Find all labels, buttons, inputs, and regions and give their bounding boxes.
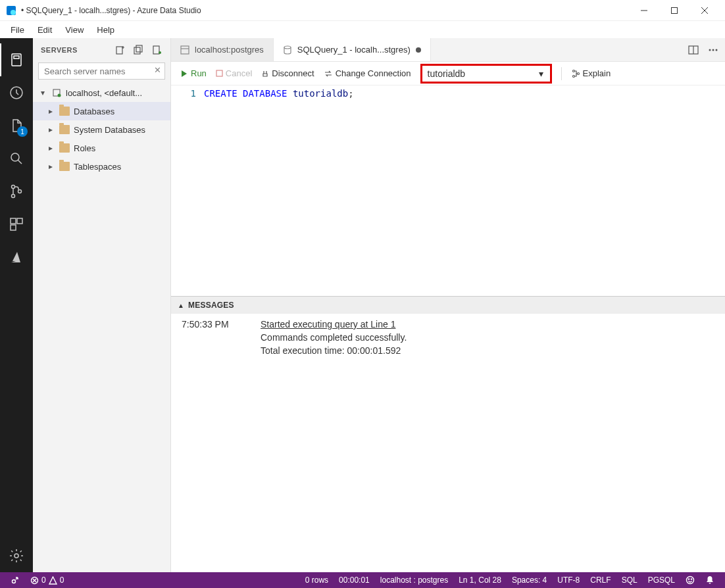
status-eol[interactable]: CRLF (585, 576, 616, 585)
tab-sqlquery[interactable]: SQLQuery_1 - localh...stgres) (274, 38, 431, 61)
status-time[interactable]: 00:00:01 (334, 576, 375, 585)
more-actions-icon[interactable] (708, 45, 718, 55)
new-connection-icon[interactable] (115, 45, 126, 55)
chevron-down-icon: ▾ (38, 88, 47, 97)
menu-help[interactable]: Help (91, 24, 120, 36)
servers-sidebar: SERVERS ✕ ▾ localhost, <default... ▸ Dat… (33, 38, 171, 572)
tree-item-label: Roles (74, 143, 95, 153)
svg-point-32 (716, 49, 718, 51)
svg-rect-33 (216, 70, 222, 76)
status-spaces[interactable]: Spaces: 4 (507, 576, 552, 585)
disconnect-button[interactable]: Disconnect (261, 68, 314, 78)
explorer-badge: 1 (17, 126, 28, 137)
status-provider[interactable]: PGSQL (643, 576, 680, 585)
sidebar-header: SERVERS (33, 38, 170, 61)
messages-header[interactable]: ▲ MESSAGES (171, 297, 725, 314)
status-cursor[interactable]: Ln 1, Col 28 (453, 576, 507, 585)
status-problems[interactable]: 0 0 (25, 576, 69, 585)
activity-history[interactable] (0, 76, 33, 109)
status-notifications-icon[interactable] (700, 576, 720, 585)
chevron-right-icon: ▸ (46, 162, 55, 171)
chevron-right-icon: ▸ (46, 143, 55, 153)
message-text[interactable]: Started executing query at Line 1 (261, 319, 395, 330)
window-controls (629, 0, 720, 21)
messages-panel: ▲ MESSAGES 7:50:33 PM Started executing … (171, 296, 725, 572)
titlebar: • SQLQuery_1 - localh...stgres) - Azure … (0, 0, 725, 21)
play-icon (180, 70, 188, 78)
svg-point-13 (18, 190, 22, 193)
explain-icon (571, 69, 580, 78)
activity-settings[interactable] (0, 539, 33, 572)
messages-title: MESSAGES (188, 301, 234, 310)
change-connection-button[interactable]: Change Connection (324, 68, 411, 78)
message-text: Total execution time: 00:00:01.592 (261, 345, 401, 356)
collapse-arrow-icon: ▲ (178, 302, 184, 309)
run-label: Run (191, 68, 207, 78)
svg-point-1 (11, 10, 16, 15)
dashboard-icon (180, 45, 189, 55)
menu-edit[interactable]: Edit (32, 24, 57, 36)
tab-localhost[interactable]: localhost:postgres (171, 38, 274, 61)
minimize-button[interactable] (629, 0, 659, 21)
new-group-icon[interactable] (134, 45, 144, 55)
editor-area: localhost:postgres SQLQuery_1 - localh..… (171, 38, 725, 572)
activity-extensions[interactable] (0, 208, 33, 241)
status-remote[interactable] (5, 576, 25, 585)
tree-item-label: System Databases (74, 125, 145, 135)
svg-point-30 (709, 49, 711, 51)
folder-icon (59, 107, 70, 116)
dirty-indicator-icon (416, 47, 421, 53)
clear-search-icon[interactable]: ✕ (154, 65, 161, 75)
database-select[interactable]: tutorialdb ▾ (420, 64, 552, 84)
code-line: CREATE DATABASE tutorialdb; (204, 86, 354, 296)
status-connection[interactable]: localhost : postgres (375, 576, 453, 585)
activity-explorer[interactable]: 1 (0, 109, 33, 142)
activity-azure[interactable] (0, 241, 33, 274)
svg-point-34 (572, 70, 574, 72)
identifier: tutorialdb (293, 88, 348, 99)
svg-point-11 (12, 185, 15, 189)
code-editor[interactable]: 1 CREATE DATABASE tutorialdb; (171, 86, 725, 296)
explain-button[interactable]: Explain (571, 68, 611, 78)
activity-search[interactable] (0, 142, 33, 175)
tree-item-label: Databases (74, 107, 114, 116)
server-node[interactable]: ▾ localhost, <default... (33, 84, 170, 102)
menu-view[interactable]: View (60, 24, 89, 36)
run-button[interactable]: Run (180, 68, 207, 78)
svg-point-24 (58, 94, 61, 97)
menu-file[interactable]: File (5, 24, 30, 36)
tree-item-roles[interactable]: ▸ Roles (33, 139, 170, 157)
activity-source-control[interactable] (0, 175, 33, 208)
tab-bar: localhost:postgres SQLQuery_1 - localh..… (171, 38, 725, 62)
status-language[interactable]: SQL (616, 576, 643, 585)
tree-item-system-databases[interactable]: ▸ System Databases (33, 120, 170, 139)
search-input[interactable] (38, 62, 165, 80)
error-count: 0 (41, 576, 46, 585)
disconnect-label: Disconnect (272, 68, 314, 78)
folder-icon (59, 143, 70, 153)
database-select-value: tutorialdb (428, 68, 466, 79)
status-encoding[interactable]: UTF-8 (552, 576, 585, 585)
svg-line-10 (18, 160, 22, 164)
show-connections-icon[interactable] (152, 45, 162, 55)
svg-point-17 (14, 554, 18, 558)
tree-item-databases[interactable]: ▸ Databases (33, 102, 170, 120)
split-editor-icon[interactable] (688, 45, 699, 55)
punct: ; (348, 88, 353, 99)
close-button[interactable] (689, 0, 720, 21)
status-feedback-icon[interactable] (680, 576, 700, 585)
activity-servers[interactable] (0, 43, 33, 76)
sidebar-search: ✕ (38, 62, 165, 80)
svg-rect-20 (136, 45, 142, 52)
status-rows[interactable]: 0 rows (300, 576, 334, 585)
maximize-button[interactable] (659, 0, 689, 21)
svg-point-22 (159, 51, 161, 54)
svg-rect-7 (14, 56, 19, 59)
keyword: CREATE (204, 88, 238, 99)
window-title: • SQLQuery_1 - localh...stgres) - Azure … (21, 6, 629, 15)
tree-item-tablespaces[interactable]: ▸ Tablespaces (33, 157, 170, 176)
disconnect-icon (261, 70, 269, 78)
svg-point-41 (687, 577, 694, 584)
svg-rect-14 (11, 218, 16, 224)
sidebar-title: SERVERS (41, 46, 78, 54)
